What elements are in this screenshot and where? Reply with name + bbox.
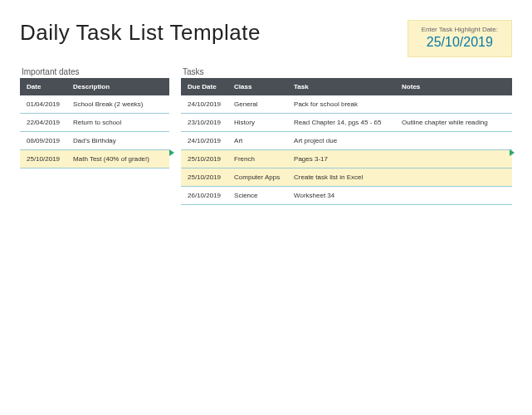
cell-task: Read Chapter 14, pgs 45 - 65 xyxy=(287,114,395,132)
cell-date: 01/04/2019 xyxy=(20,95,66,114)
cell-notes xyxy=(395,95,512,114)
cell-class: French xyxy=(227,150,287,168)
cell-task: Worksheet 34 xyxy=(287,187,395,205)
tasks-block: Tasks Due Date Class Task Notes 24/10/20… xyxy=(181,67,512,205)
cell-class: Science xyxy=(227,187,287,205)
col-header-task: Task xyxy=(287,78,395,95)
important-dates-title: Important dates xyxy=(20,67,169,76)
cell-due-date: 25/10/2019 xyxy=(181,168,227,187)
cell-notes xyxy=(395,187,512,205)
cell-task: Art project due xyxy=(287,132,395,150)
comment-indicator-icon xyxy=(510,149,515,156)
highlight-date-label: Enter Task Highlight Date: xyxy=(422,26,498,33)
important-dates-block: Important dates Date Description 01/04/2… xyxy=(20,67,169,168)
cell-due-date: 26/10/2019 xyxy=(181,187,227,205)
cell-task: Create task list in Excel xyxy=(287,168,395,187)
cell-class: General xyxy=(227,95,287,114)
cell-date: 08/09/2019 xyxy=(20,132,66,150)
col-header-notes: Notes xyxy=(395,78,512,95)
tasks-table: Due Date Class Task Notes 24/10/2019Gene… xyxy=(181,78,512,205)
cell-description: Math Test (40% of grade!) xyxy=(66,150,169,168)
cell-class: Computer Apps xyxy=(227,168,287,187)
cell-notes xyxy=(395,150,512,168)
page-container: Daily Task List Template Enter Task High… xyxy=(0,0,532,205)
cell-due-date: 25/10/2019 xyxy=(181,150,227,168)
table-row[interactable]: 25/10/2019Computer AppsCreate task list … xyxy=(181,168,512,187)
cell-class: History xyxy=(227,114,287,132)
cell-notes xyxy=(395,168,512,187)
cell-date: 25/10/2019 xyxy=(20,150,66,168)
highlight-date-value: 25/10/2019 xyxy=(422,35,498,50)
col-header-description: Description xyxy=(66,78,169,95)
tables-container: Important dates Date Description 01/04/2… xyxy=(20,67,512,205)
table-row[interactable]: 25/10/2019FrenchPages 3-17 xyxy=(181,150,512,168)
table-row[interactable]: 25/10/2019Math Test (40% of grade!) xyxy=(20,150,169,168)
cell-class: Art xyxy=(227,132,287,150)
table-row[interactable]: 24/10/2019ArtArt project due xyxy=(181,132,512,150)
cell-notes: Outline chapter while reading xyxy=(395,114,512,132)
table-row[interactable]: 01/04/2019School Break (2 weeks) xyxy=(20,95,169,114)
cell-due-date: 23/10/2019 xyxy=(181,114,227,132)
table-row[interactable]: 26/10/2019ScienceWorksheet 34 xyxy=(181,187,512,205)
col-header-due-date: Due Date xyxy=(181,78,227,95)
tasks-title: Tasks xyxy=(181,67,512,76)
page-title: Daily Task List Template xyxy=(20,20,261,46)
cell-task: Pack for school break xyxy=(287,95,395,114)
header: Daily Task List Template Enter Task High… xyxy=(20,20,512,57)
table-row[interactable]: 22/04/2019Return to school xyxy=(20,114,169,132)
table-header-row: Due Date Class Task Notes xyxy=(181,78,512,95)
cell-date: 22/04/2019 xyxy=(20,114,66,132)
cell-task: Pages 3-17 xyxy=(287,150,395,168)
col-header-class: Class xyxy=(227,78,287,95)
table-row[interactable]: 23/10/2019HistoryRead Chapter 14, pgs 45… xyxy=(181,114,512,132)
comment-indicator-icon xyxy=(169,149,174,156)
cell-due-date: 24/10/2019 xyxy=(181,132,227,150)
important-dates-table: Date Description 01/04/2019School Break … xyxy=(20,78,169,168)
table-row[interactable]: 08/09/2019Dad's Birthday xyxy=(20,132,169,150)
cell-description: School Break (2 weeks) xyxy=(66,95,169,114)
col-header-date: Date xyxy=(20,78,66,95)
cell-description: Return to school xyxy=(66,114,169,132)
highlight-date-box[interactable]: Enter Task Highlight Date: 25/10/2019 xyxy=(408,20,512,57)
cell-description: Dad's Birthday xyxy=(66,132,169,150)
cell-due-date: 24/10/2019 xyxy=(181,95,227,114)
table-row[interactable]: 24/10/2019GeneralPack for school break xyxy=(181,95,512,114)
table-header-row: Date Description xyxy=(20,78,169,95)
cell-notes xyxy=(395,132,512,150)
